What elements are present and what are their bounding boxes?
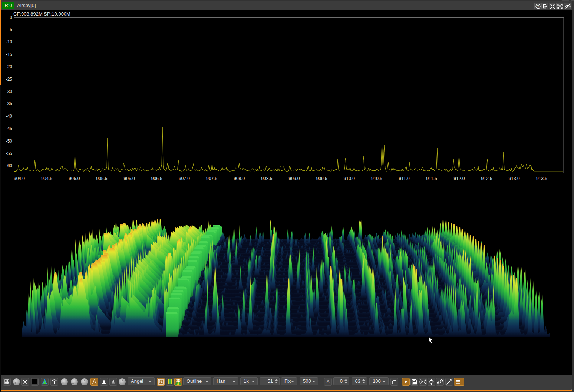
svg-text:?: ? bbox=[537, 4, 539, 9]
svg-text:3D: 3D bbox=[176, 378, 180, 382]
